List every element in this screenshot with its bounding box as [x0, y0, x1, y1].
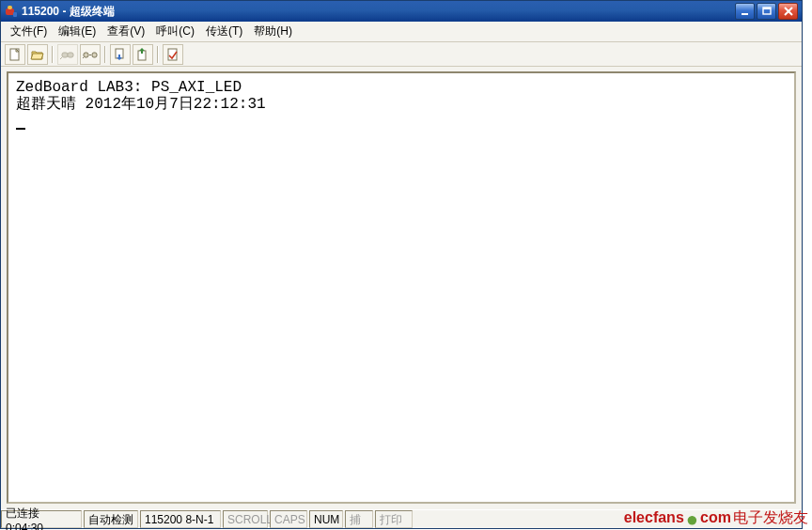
close-button[interactable] — [778, 3, 798, 20]
watermark: elecfans●com 电子发烧友 — [624, 508, 808, 528]
svg-rect-8 — [62, 53, 68, 57]
status-port-settings: 115200 8-N-1 — [140, 510, 221, 528]
status-print: 打印 — [375, 510, 413, 528]
receive-button[interactable] — [133, 44, 153, 65]
window-title: 115200 - 超级终端 — [22, 4, 735, 20]
menu-help[interactable]: 帮助(H) — [248, 22, 298, 41]
svg-rect-3 — [742, 13, 748, 15]
svg-line-10 — [60, 57, 62, 59]
disconnect-button[interactable] — [80, 44, 101, 65]
watermark-brand: elecfans — [624, 509, 684, 526]
watermark-cn: 电子发烧友 — [733, 508, 808, 528]
menu-call[interactable]: 呼叫(C) — [150, 22, 200, 41]
toolbar-separator — [155, 44, 161, 65]
menu-transfer[interactable]: 传送(T) — [200, 22, 248, 41]
toolbar — [1, 42, 802, 67]
terminal-line: 超群天晴 2012年10月7日22:12:31 — [16, 96, 266, 113]
terminal-output[interactable]: ZedBoard LAB3: PS_AXI_LED 超群天晴 2012年10月7… — [12, 77, 790, 498]
status-caps: CAPS — [270, 510, 307, 528]
connect-button[interactable] — [57, 44, 78, 65]
terminal-cursor — [16, 115, 25, 130]
toolbar-separator — [50, 44, 55, 65]
window-buttons — [735, 3, 798, 20]
menu-bar: 文件(F) 编辑(E) 查看(V) 呼叫(C) 传送(T) 帮助(H) — [1, 22, 802, 42]
svg-line-14 — [83, 57, 84, 59]
status-autodetect: 自动检测 — [84, 510, 138, 528]
minimize-button[interactable] — [735, 3, 755, 20]
watermark-com: com — [700, 509, 731, 526]
status-num: NUM — [309, 510, 343, 528]
new-button[interactable] — [5, 44, 25, 65]
title-bar[interactable]: 115200 - 超级终端 — [1, 1, 802, 22]
send-button[interactable] — [110, 44, 131, 65]
menu-edit[interactable]: 编辑(E) — [53, 22, 102, 41]
status-capture: 捕 — [345, 510, 373, 528]
open-button[interactable] — [27, 44, 48, 65]
status-scroll: SCROLL — [223, 510, 268, 528]
status-connected: 已连接 0:04:30 — [1, 510, 82, 528]
svg-rect-1 — [8, 6, 12, 9]
terminal-frame: ZedBoard LAB3: PS_AXI_LED 超群天晴 2012年10月7… — [7, 71, 796, 504]
properties-button[interactable] — [163, 44, 183, 65]
menu-file[interactable]: 文件(F) — [5, 22, 53, 41]
svg-rect-9 — [68, 53, 73, 57]
svg-rect-12 — [92, 53, 97, 57]
client-area: ZedBoard LAB3: PS_AXI_LED 超群天晴 2012年10月7… — [1, 67, 802, 509]
terminal-line: ZedBoard LAB3: PS_AXI_LED — [16, 79, 242, 96]
app-icon — [5, 5, 18, 18]
svg-rect-0 — [6, 8, 14, 15]
svg-rect-2 — [13, 12, 17, 17]
svg-rect-11 — [84, 53, 88, 57]
svg-rect-5 — [763, 8, 771, 9]
menu-view[interactable]: 查看(V) — [102, 22, 150, 41]
toolbar-separator — [102, 44, 108, 65]
app-window: 115200 - 超级终端 文件(F) 编辑(E) 查看(V) 呼叫(C) 传送… — [0, 0, 803, 529]
maximize-button[interactable] — [757, 3, 776, 20]
